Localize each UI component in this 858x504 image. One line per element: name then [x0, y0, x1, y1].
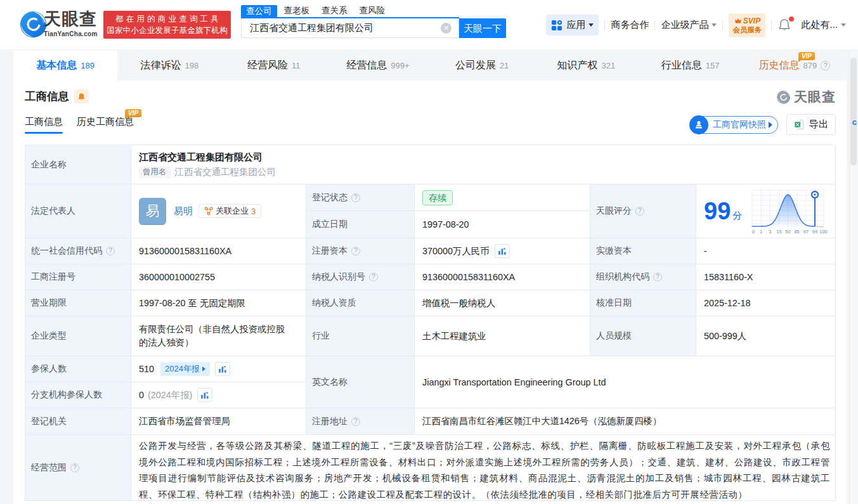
business-info-card: 工商信息 天眼查 工商信息 历史工商信息 VIP [13, 81, 847, 504]
establish-date-label: 成立日期 [306, 211, 415, 238]
english-name-label: 英文名称 [306, 356, 415, 408]
logo-text[interactable]: 天眼查 TianYanCha.com [44, 10, 98, 37]
company-name-label: 企业名称 [25, 145, 131, 184]
related-companies-label: 关联企业 [216, 205, 249, 217]
tab-basic-info[interactable]: 基本信息 189 [13, 50, 117, 81]
business-term-cell: 1997-08-20 至 无固定期限 [131, 290, 306, 316]
status-badge: 存续 [422, 190, 453, 205]
staff-size-label: 人员规模 [590, 316, 696, 356]
industry-cell: 土木工程建筑业 [415, 316, 590, 356]
clear-icon[interactable] [441, 23, 452, 34]
help-icon[interactable] [70, 463, 79, 472]
related-companies-badge[interactable]: 关联企业 3 [198, 204, 261, 218]
reg-capital-label: 注册资本 [306, 238, 415, 264]
paid-capital-label: 实缴资本 [590, 238, 696, 264]
tab-industry-info[interactable]: 行业信息 157 [639, 50, 743, 81]
legal-rep-avatar[interactable]: 易 [139, 198, 166, 225]
help-icon[interactable] [351, 193, 360, 202]
bar-chart-icon [498, 247, 507, 255]
search-tab-boss[interactable]: 查老板 [279, 5, 315, 17]
related-companies-count: 3 [251, 207, 256, 216]
help-icon[interactable] [351, 417, 360, 426]
former-name: 江西省交通工程集团公司 [175, 166, 276, 178]
former-name-tag: 曾用名 [139, 166, 171, 178]
subscribe-bell-button[interactable] [74, 89, 89, 103]
export-button[interactable]: 导出 [786, 114, 836, 135]
address-label: 注册地址 [306, 408, 415, 435]
taxpayer-quality-label: 纳税人资质 [306, 290, 415, 316]
approval-date-label: 核准日期 [590, 290, 696, 316]
help-icon[interactable] [635, 207, 644, 216]
search-tab-company[interactable]: 查公司 [241, 5, 277, 17]
tab-history-info[interactable]: VIP 历史信息 879 [743, 50, 847, 81]
divider [722, 20, 723, 30]
help-icon[interactable] [821, 61, 830, 70]
profile-menu[interactable]: 此处有... [801, 19, 846, 31]
snapshot-label: 工商官网快照 [713, 119, 766, 131]
chevron-right-icon [769, 122, 772, 128]
svg-text:3: 3 [769, 229, 771, 235]
search-tab-relation[interactable]: 查关系 [316, 5, 353, 17]
search-button[interactable]: 天眼一下 [459, 18, 506, 38]
score-distribution-chart: 0 1 3 15 50 85 97 99 100 [751, 190, 829, 235]
legal-rep-name[interactable]: 易明 [174, 205, 193, 217]
branch-insured-label: 分支机构参保人数 [25, 382, 131, 408]
apps-grid-icon [551, 20, 562, 31]
cooperation-link[interactable]: 商务合作 [611, 19, 649, 31]
tab-intellectual-property[interactable]: 知识产权 321 [534, 50, 638, 81]
annual-report-badge[interactable]: 2024年报 [160, 362, 210, 376]
slogan-line1: 都在用的商业查询工具 [113, 13, 221, 25]
branch-insured-chart-button[interactable] [197, 388, 212, 402]
help-icon[interactable] [653, 273, 662, 281]
help-icon[interactable] [369, 273, 378, 281]
insured-chart-button[interactable] [215, 362, 230, 376]
insured-count-label: 参保人数 [25, 356, 131, 382]
floating-widget-cutoff[interactable]: c [852, 117, 857, 127]
help-icon[interactable] [351, 247, 360, 255]
legal-rep-label: 法定代表人 [25, 184, 131, 238]
divider [604, 20, 605, 30]
logo-domain: TianYanCha.com [44, 30, 98, 37]
company-name-cell: 江西省交通工程集团有限公司 曾用名 江西省交通工程集团公司 [131, 145, 836, 184]
subtab-history-business-info[interactable]: 历史工商信息 VIP [77, 115, 134, 134]
org-code-cell: 15831160-X [696, 264, 836, 290]
search-input[interactable]: 江西省交通工程集团有限公司 [241, 18, 459, 38]
watermark-logo: 天眼查 [776, 88, 836, 106]
scrollbar-thumb[interactable] [850, 58, 857, 165]
tab-company-development[interactable]: 公司发展 21 [430, 50, 534, 81]
search-tab-risk[interactable]: 查风险 [354, 5, 391, 17]
search-input-value: 江西省交通工程集团有限公司 [250, 22, 374, 34]
svg-text:97: 97 [803, 229, 809, 235]
business-info-table: 企业名称 江西省交通工程集团有限公司 曾用名 江西省交通工程集团公司 法定代表人… [25, 145, 835, 501]
business-scope-cell: 公路开发与经营，各等级公路及其桥梁、隧道工程的施工，“三废”及噪音防治工程，公路… [131, 435, 836, 501]
svip-member-button[interactable]: SVIP 会员服务 [729, 13, 765, 37]
company-tabbar: 基本信息 189 法律诉讼 198 经营风险 11 经营信息 999+ 公司发展… [0, 50, 858, 81]
excel-icon [794, 119, 805, 130]
subtab-business-info[interactable]: 工商信息 [25, 115, 63, 134]
reg-authority-label: 登记机关 [25, 408, 131, 435]
bell-icon [77, 93, 86, 101]
score-cell[interactable]: 99 分 [696, 184, 836, 238]
search-tabs: 查公司 查老板 查关系 查风险 [241, 5, 506, 17]
capital-chart-button[interactable] [495, 244, 510, 258]
score-value: 99 [704, 199, 731, 223]
svg-text:0: 0 [752, 229, 755, 235]
official-snapshot-button[interactable]: 工商官网快照 [690, 116, 778, 134]
help-icon[interactable] [106, 247, 115, 255]
export-label: 导出 [809, 118, 829, 131]
tab-operation-info[interactable]: 经营信息 999+ [326, 50, 430, 81]
tab-operation-risk[interactable]: 经营风险 11 [222, 50, 326, 81]
notification-bell-button[interactable] [777, 18, 793, 33]
tab-legal-proceedings[interactable]: 法律诉讼 198 [117, 50, 221, 81]
apps-button[interactable]: 应用 [546, 15, 599, 36]
credit-code-label: 统一社会信用代码 [25, 238, 131, 264]
reg-authority-cell: 江西省市场监督管理局 [131, 408, 306, 435]
enterprise-products-link[interactable]: 企业级产品 [661, 19, 717, 31]
chevron-down-icon [712, 23, 717, 27]
chevron-down-icon [588, 23, 594, 27]
business-scope-label: 经营范围 [25, 435, 131, 501]
svg-text:85: 85 [795, 229, 800, 235]
reg-number-label: 工商注册号 [25, 264, 131, 290]
staff-size-cell: 500-999人 [696, 316, 836, 356]
taxpayer-id-cell: 9136000015831160XA [415, 264, 590, 290]
